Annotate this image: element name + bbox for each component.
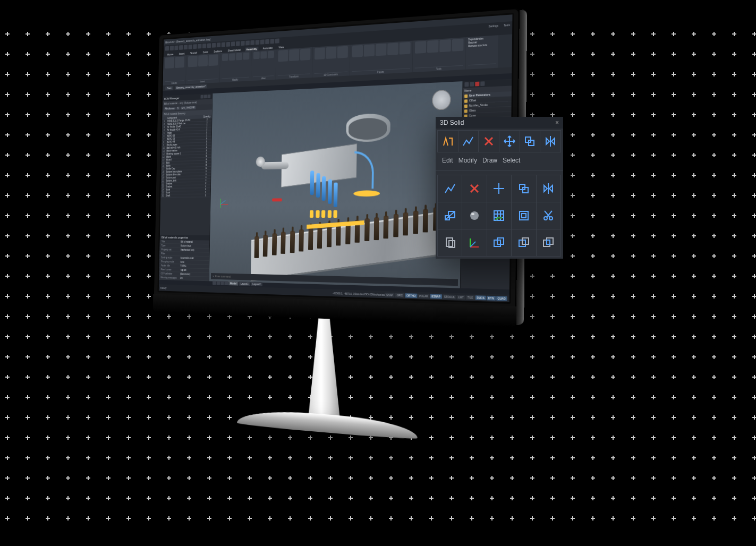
init-mech-icon[interactable] (175, 56, 184, 68)
assembly-model[interactable] (265, 112, 419, 270)
concentric-icon[interactable] (337, 46, 348, 58)
layout-1[interactable]: Layout1 (239, 281, 250, 285)
array3d-icon[interactable] (300, 48, 311, 61)
polyline-icon[interactable] (458, 130, 479, 152)
new-component-icon[interactable] (165, 57, 174, 69)
qat-icon[interactable] (275, 38, 279, 43)
copy-icon[interactable] (520, 130, 541, 152)
quad-tab-draw[interactable]: Draw (482, 157, 497, 164)
hide-icon[interactable] (253, 52, 260, 59)
tab-nav-next-icon[interactable] (220, 280, 224, 285)
qat-icon[interactable] (250, 40, 254, 45)
show-icon[interactable] (260, 51, 267, 58)
status-toggle-esnap[interactable]: ESNAP (430, 294, 442, 298)
paste-icon[interactable] (437, 229, 462, 257)
qat-icon[interactable] (165, 46, 169, 50)
balloon-icon[interactable] (352, 45, 363, 57)
quad-tab-edit[interactable]: Edit (442, 157, 453, 164)
trim-icon[interactable] (536, 202, 561, 229)
status-toggle-ducs[interactable]: DUCS (475, 295, 486, 300)
status-toggle-polar[interactable]: POLAR (418, 293, 429, 298)
coincident-icon[interactable] (326, 47, 336, 59)
visualstyle-icon[interactable] (268, 50, 274, 58)
replace-icon[interactable] (229, 53, 235, 61)
qat-icon[interactable] (231, 41, 235, 46)
qat-icon[interactable] (207, 43, 211, 48)
panel-icon[interactable] (204, 95, 207, 98)
panel-icon[interactable] (207, 95, 210, 98)
qat-icon[interactable] (241, 40, 245, 45)
layout-2[interactable]: Layout2 (251, 281, 262, 286)
layout-model[interactable]: Model (228, 281, 239, 285)
qat-icon[interactable] (188, 44, 192, 49)
sphere-icon[interactable] (462, 202, 487, 229)
bom-row[interactable]: 26Shaft1 (160, 194, 210, 198)
status-toggle-quad[interactable]: QUAD (496, 296, 507, 301)
move-icon[interactable] (278, 50, 288, 62)
mirror-icon[interactable] (536, 175, 561, 202)
qat-icon[interactable] (179, 45, 183, 50)
scale-icon[interactable] (437, 202, 462, 229)
funnel-icon[interactable] (470, 82, 474, 87)
mirror-icon[interactable] (540, 130, 561, 152)
status-toggle-ortho[interactable]: ORTHO (405, 293, 417, 298)
viewcube[interactable] (432, 90, 451, 110)
doc-tab-file[interactable]: Brewery_assembly_animation* (175, 84, 207, 90)
qat-icon[interactable] (226, 41, 231, 46)
tab-nav-prev-icon[interactable] (216, 280, 220, 285)
qat-icon[interactable] (222, 42, 226, 47)
tab-nav-last-icon[interactable] (224, 281, 228, 285)
move-arrows-icon[interactable] (487, 175, 512, 202)
subtract-icon[interactable] (511, 229, 536, 257)
status-toggle-lwt[interactable]: LWT (457, 295, 465, 300)
tab-nav-first-icon[interactable] (213, 280, 216, 285)
doc-tab-start[interactable]: Start (165, 86, 173, 90)
trailing-icon[interactable] (376, 44, 387, 56)
union-icon[interactable] (487, 229, 512, 257)
clear-x-icon[interactable] (475, 82, 479, 87)
status-toggle-dyn[interactable]: DYN (487, 295, 496, 300)
array-icon[interactable] (243, 52, 250, 59)
dissolve-icon[interactable] (236, 53, 242, 60)
move-arrows-icon[interactable] (499, 130, 520, 152)
axis-icon[interactable] (462, 229, 487, 257)
qat-icon[interactable] (198, 44, 201, 48)
paramspanel-icon[interactable] (452, 39, 464, 52)
stdpart-icon[interactable] (198, 55, 208, 67)
polyline-icon[interactable] (437, 175, 462, 202)
quad-tab-modify[interactable]: Modify (458, 157, 477, 164)
status-toggle-tile[interactable]: TILE (466, 295, 475, 300)
balloon-auto-icon[interactable] (364, 44, 375, 56)
sweep-icon[interactable] (437, 130, 458, 152)
quad-header[interactable]: 3D Solid × (436, 117, 563, 129)
rotate-icon[interactable] (289, 49, 299, 61)
quad-tabs[interactable]: Edit Modify Draw Select (436, 155, 563, 168)
qat-icon[interactable] (184, 45, 188, 49)
qat-icon[interactable] (217, 42, 221, 47)
delete-x-icon[interactable] (478, 130, 499, 152)
update-icon[interactable] (415, 41, 426, 54)
qat-icon[interactable] (170, 46, 174, 50)
qat-icon[interactable] (265, 39, 269, 44)
filter-icon[interactable] (464, 82, 469, 87)
quad-panel[interactable]: 3D Solid × Edit Modify Draw Select (436, 117, 563, 259)
opencopy-icon[interactable] (222, 54, 228, 61)
status-toggle-snap[interactable]: SNAP (385, 292, 395, 297)
intersect-icon[interactable] (536, 229, 561, 257)
close-icon[interactable]: × (555, 119, 559, 126)
form-comp-icon[interactable] (208, 54, 218, 66)
qat-icon[interactable] (256, 40, 260, 45)
fix-icon[interactable] (315, 47, 325, 59)
open-icon[interactable] (188, 56, 198, 67)
panel-icon[interactable] (201, 95, 204, 98)
qat-icon[interactable] (193, 44, 197, 49)
qat-icon[interactable] (245, 40, 250, 45)
hatch-icon[interactable] (487, 202, 512, 229)
shell-icon[interactable] (511, 202, 536, 229)
copy-icon[interactable] (511, 175, 536, 202)
status-toggle-strack[interactable]: STRACK (443, 294, 456, 299)
qat-icon[interactable] (212, 42, 216, 47)
qat-icon[interactable] (202, 43, 206, 48)
mechbrowser-icon[interactable] (439, 39, 451, 52)
quad-tab-select[interactable]: Select (503, 157, 520, 164)
